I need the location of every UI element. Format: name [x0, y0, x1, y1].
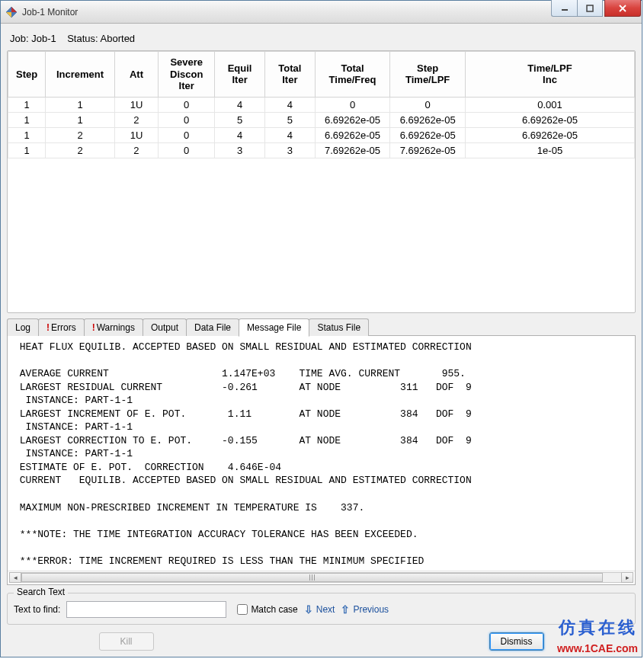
table-cell[interactable]: 2: [46, 127, 114, 142]
tab-errors[interactable]: !Errors: [38, 318, 85, 336]
status-label: Status:: [67, 33, 98, 44]
table-row[interactable]: 1220337.69262e-057.69262e-051e-05: [8, 142, 635, 158]
table-cell[interactable]: 1: [8, 97, 46, 112]
tab-warnings[interactable]: !Warnings: [84, 318, 143, 336]
col-header[interactable]: SevereDisconIter: [159, 52, 215, 98]
table-cell[interactable]: 1: [8, 142, 46, 158]
tab-data-file[interactable]: Data File: [186, 318, 239, 336]
tab-message-file[interactable]: Message File: [239, 318, 309, 337]
tab-label: Status File: [317, 322, 360, 333]
search-group: Search Text Text to find: Match case ⇩ N…: [7, 593, 636, 625]
iteration-table-panel: StepIncrementAttSevereDisconIterEquilIte…: [7, 50, 636, 313]
table-cell[interactable]: 1: [46, 97, 114, 112]
table-cell[interactable]: 0: [159, 97, 215, 112]
iteration-table[interactable]: StepIncrementAttSevereDisconIterEquilIte…: [8, 51, 635, 158]
table-cell[interactable]: 0: [390, 97, 466, 112]
maximize-button[interactable]: [577, 0, 603, 17]
warning-icon: !: [46, 322, 50, 333]
kill-button: Kill: [99, 632, 154, 651]
down-arrow-icon: ⇩: [304, 603, 313, 616]
table-cell[interactable]: 7.69262e-05: [315, 142, 390, 158]
col-header[interactable]: TotalTime/Freq: [315, 52, 390, 98]
table-cell[interactable]: 4: [264, 97, 315, 112]
table-cell[interactable]: 6.69262e-05: [465, 112, 634, 127]
minimize-button[interactable]: [551, 0, 577, 17]
find-label: Text to find:: [14, 604, 60, 615]
close-button[interactable]: [604, 0, 641, 17]
tab-output[interactable]: Output: [143, 318, 187, 336]
previous-button[interactable]: ⇧ Previous: [341, 603, 389, 616]
table-cell[interactable]: 2: [46, 142, 114, 158]
col-header[interactable]: EquilIter: [215, 52, 265, 98]
job-name: Job-1: [31, 33, 56, 44]
svg-rect-0: [562, 9, 568, 11]
tab-row: Log!Errors!WarningsOutputData FileMessag…: [7, 318, 636, 336]
table-cell[interactable]: 3: [215, 142, 265, 158]
job-label: Job:: [10, 33, 29, 44]
col-header[interactable]: TotalIter: [264, 52, 315, 98]
table-cell[interactable]: 6.69262e-05: [315, 127, 390, 142]
table-cell[interactable]: 1U: [114, 127, 159, 142]
search-input[interactable]: [66, 601, 226, 618]
table-cell[interactable]: 4: [215, 127, 265, 142]
col-header[interactable]: Att: [114, 52, 159, 98]
tab-status-file[interactable]: Status File: [309, 318, 369, 336]
message-text[interactable]: HEAT FLUX EQUILIB. ACCEPTED BASED ON SMA…: [8, 336, 635, 571]
horizontal-scrollbar[interactable]: ◂ ▸: [8, 571, 635, 584]
col-header[interactable]: Increment: [46, 52, 114, 98]
table-cell[interactable]: 0: [315, 97, 390, 112]
table-cell[interactable]: 7.69262e-05: [390, 142, 466, 158]
tab-label: Data File: [194, 322, 231, 333]
match-case-label: Match case: [251, 604, 297, 615]
table-cell[interactable]: 0: [159, 112, 215, 127]
scroll-left-arrow-icon[interactable]: ◂: [9, 572, 21, 583]
message-file-panel: HEAT FLUX EQUILIB. ACCEPTED BASED ON SMA…: [7, 335, 636, 585]
up-arrow-icon: ⇧: [341, 603, 350, 616]
scroll-right-arrow-icon[interactable]: ▸: [621, 572, 633, 583]
table-cell[interactable]: 5: [264, 112, 315, 127]
table-row[interactable]: 111U044000.001: [8, 97, 635, 112]
window-title: Job-1 Monitor: [22, 7, 551, 18]
tab-label: Log: [15, 322, 30, 333]
table-cell[interactable]: 6.69262e-05: [390, 127, 466, 142]
table-cell[interactable]: 6.69262e-05: [465, 127, 634, 142]
col-header[interactable]: Time/LPFInc: [465, 52, 634, 98]
table-cell[interactable]: 0: [159, 142, 215, 158]
table-cell[interactable]: 2: [114, 112, 159, 127]
table-row[interactable]: 1120556.69262e-056.69262e-056.69262e-05: [8, 112, 635, 127]
table-cell[interactable]: 1U: [114, 97, 159, 112]
table-cell[interactable]: 0: [159, 127, 215, 142]
table-cell[interactable]: 1: [8, 112, 46, 127]
search-legend: Search Text: [14, 587, 68, 597]
table-cell[interactable]: 6.69262e-05: [390, 112, 466, 127]
table-cell[interactable]: 4: [264, 127, 315, 142]
col-header[interactable]: Step: [8, 52, 46, 98]
table-row[interactable]: 121U0446.69262e-056.69262e-056.69262e-05: [8, 127, 635, 142]
titlebar[interactable]: Job-1 Monitor: [1, 1, 642, 24]
status-value: Aborted: [101, 33, 136, 44]
app-icon: [5, 6, 18, 18]
next-button[interactable]: ⇩ Next: [304, 603, 335, 616]
table-cell[interactable]: 5: [215, 112, 265, 127]
table-cell[interactable]: 2: [114, 142, 159, 158]
svg-rect-1: [587, 5, 593, 11]
table-cell[interactable]: 4: [215, 97, 265, 112]
scroll-track[interactable]: [21, 572, 621, 583]
dismiss-button[interactable]: Dismiss: [489, 632, 544, 651]
table-cell[interactable]: 1: [46, 112, 114, 127]
tab-label: Message File: [247, 322, 301, 333]
table-cell[interactable]: 1e-05: [465, 142, 634, 158]
table-cell[interactable]: 6.69262e-05: [315, 112, 390, 127]
col-header[interactable]: StepTime/LPF: [390, 52, 466, 98]
table-cell[interactable]: 1: [8, 127, 46, 142]
table-cell[interactable]: 3: [264, 142, 315, 158]
table-cell[interactable]: 0.001: [465, 97, 634, 112]
scroll-thumb[interactable]: [21, 573, 603, 582]
warning-icon: !: [92, 322, 95, 333]
job-info-row: Job: Job-1 Status: Aborted: [7, 28, 636, 46]
tab-label: Errors: [51, 322, 76, 333]
tab-log[interactable]: Log: [7, 318, 39, 336]
match-case-checkbox[interactable]: [237, 604, 248, 615]
tab-label: Warnings: [97, 322, 135, 333]
tab-label: Output: [151, 322, 178, 333]
